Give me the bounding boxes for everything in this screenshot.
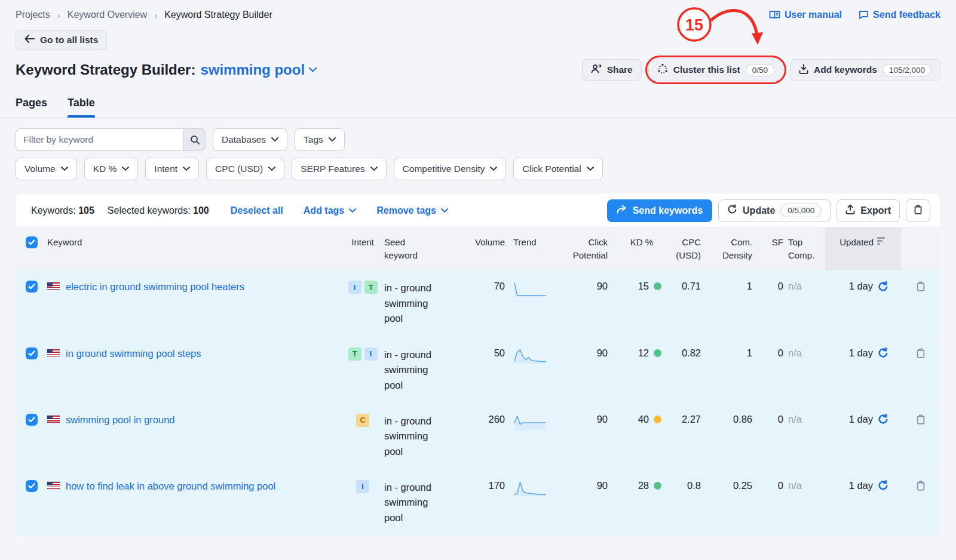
go-to-all-lists-button[interactable]: Go to all lists	[16, 30, 107, 50]
list-name-dropdown[interactable]: swimming pool	[200, 61, 317, 78]
search-button[interactable]	[183, 128, 206, 151]
col-header-click-potential[interactable]: Click Potential	[559, 227, 616, 270]
filter-chip-cpc-usd[interactable]: CPC (USD)	[206, 158, 284, 180]
filter-chip-databases[interactable]: Databases	[213, 128, 287, 151]
export-button[interactable]: Export	[836, 199, 900, 222]
cpc-value: 0.82	[667, 337, 709, 403]
kd-value: 28	[638, 480, 649, 491]
kd-value: 40	[638, 414, 649, 425]
export-label: Export	[860, 205, 891, 216]
col-header-trend[interactable]: Trend	[513, 227, 559, 270]
updated-value: 1 day	[849, 480, 873, 491]
row-delete-button[interactable]	[916, 347, 926, 358]
delete-selected-button[interactable]	[906, 199, 930, 222]
refresh-icon[interactable]	[878, 347, 888, 358]
export-icon	[845, 204, 855, 217]
filter-chip-volume[interactable]: Volume	[16, 158, 77, 180]
col-header-volume[interactable]: Volume	[451, 227, 513, 270]
row-checkbox[interactable]	[26, 480, 38, 492]
cluster-this-list-button[interactable]: 15 Cluster this list 0/50	[648, 59, 783, 81]
row-delete-button[interactable]	[916, 480, 926, 491]
row-checkbox[interactable]	[26, 281, 38, 293]
table-row: in ground swimming pool steps TI in - gr…	[16, 337, 940, 403]
share-button[interactable]: Share	[582, 59, 642, 81]
com-density-value: 1	[709, 337, 761, 403]
intent-badge-t: T	[364, 281, 378, 294]
intent-badges: I	[341, 480, 384, 493]
keyword-link[interactable]: swimming pool in ground	[66, 414, 175, 426]
breadcrumb: Projects › Keyword Overview › Keyword St…	[16, 10, 272, 20]
col-header-cpc[interactable]: CPC (USD)	[667, 227, 709, 270]
keyword-link[interactable]: in ground swimming pool steps	[66, 347, 201, 360]
filter-chip-intent[interactable]: Intent	[145, 158, 199, 180]
col-header-keyword[interactable]: Keyword	[47, 227, 341, 270]
filter-chip-serp-features[interactable]: SERP Features	[292, 158, 386, 180]
update-button[interactable]: Update 0/5,000	[718, 199, 831, 222]
filter-chip-competitive-density[interactable]: Competitive Density	[394, 158, 507, 180]
col-header-updated[interactable]: Updated	[825, 227, 902, 270]
intent-badges: TI	[341, 347, 384, 361]
tab-bar: PagesTable	[0, 81, 956, 118]
breadcrumb-keyword-overview[interactable]: Keyword Overview	[68, 10, 147, 20]
keyword-link[interactable]: how to find leak in above ground swimmin…	[66, 480, 275, 493]
keyword-filter-input[interactable]	[16, 128, 183, 151]
filter-chip-click-potential[interactable]: Click Potential	[513, 158, 602, 180]
click-potential-value: 90	[559, 270, 616, 337]
search-icon	[190, 135, 200, 144]
col-header-com-density[interactable]: Com. Density	[709, 227, 761, 270]
kd-dot	[654, 282, 661, 290]
send-feedback-link[interactable]: Send feedback	[859, 10, 940, 20]
col-header-actions	[902, 227, 940, 270]
refresh-icon	[727, 204, 737, 217]
intent-badges: IT	[341, 281, 384, 294]
deselect-all-link[interactable]: Deselect all	[231, 205, 283, 216]
keyword-strategy-builder-page: Projects › Keyword Overview › Keyword St…	[0, 0, 956, 560]
breadcrumb-projects[interactable]: Projects	[16, 10, 50, 20]
tab-table[interactable]: Table	[68, 97, 95, 117]
filter-chip-kd[interactable]: KD %	[84, 158, 139, 180]
remove-tags-dropdown[interactable]: Remove tags	[376, 205, 448, 216]
kd-dot	[654, 416, 661, 423]
page-title: Keyword Strategy Builder: swimming pool	[16, 61, 317, 78]
row-delete-button[interactable]	[916, 414, 926, 424]
select-all-checkbox[interactable]	[26, 236, 38, 248]
click-potential-value: 90	[559, 469, 616, 536]
chevron-down-icon	[271, 137, 278, 142]
keyword-link[interactable]: electric in ground swimming pool heaters	[66, 281, 244, 293]
top-bar: Projects › Keyword Overview › Keyword St…	[0, 0, 956, 20]
intent-badge-i: I	[364, 347, 378, 361]
title-actions: Share 15 Cluster this list 0/50 Add keyw…	[582, 59, 940, 81]
chevron-down-icon	[268, 167, 275, 171]
col-header-top-comp[interactable]: Top Comp.	[788, 227, 825, 270]
filter-chip-label: Volume	[24, 164, 56, 174]
refresh-icon[interactable]	[878, 414, 888, 424]
us-flag-icon	[47, 282, 60, 290]
row-checkbox[interactable]	[26, 347, 38, 359]
kd-value: 12	[638, 347, 649, 359]
send-keywords-label: Send keywords	[633, 205, 703, 216]
row-checkbox[interactable]	[26, 414, 38, 426]
col-header-kd[interactable]: KD %	[616, 227, 667, 270]
trend-sparkline	[513, 290, 547, 300]
chevron-down-icon	[441, 208, 448, 213]
tab-pages[interactable]: Pages	[16, 97, 47, 117]
table-row: how to find leak in above ground swimmin…	[16, 469, 940, 536]
add-tags-dropdown[interactable]: Add tags	[304, 205, 356, 216]
row-delete-button[interactable]	[916, 281, 926, 291]
chevron-down-icon	[587, 167, 594, 171]
keyword-filter-group	[16, 128, 206, 151]
seed-keyword: in - ground swimming pool	[384, 282, 431, 324]
us-flag-icon	[47, 349, 60, 356]
refresh-icon[interactable]	[878, 480, 888, 491]
table-row: electric in ground swimming pool heaters…	[16, 270, 940, 337]
add-keywords-button[interactable]: Add keywords 105/2,000	[790, 59, 940, 81]
sf-value: 0	[761, 469, 788, 536]
refresh-icon[interactable]	[878, 281, 888, 292]
col-header-sf[interactable]: SF	[761, 227, 788, 270]
trend-sparkline	[513, 356, 547, 367]
user-manual-link[interactable]: User manual	[769, 10, 842, 20]
col-header-intent[interactable]: Intent	[341, 227, 384, 270]
filter-chip-tags[interactable]: Tags	[295, 128, 345, 151]
send-keywords-button[interactable]: Send keywords	[607, 199, 712, 222]
col-header-seed-keyword[interactable]: Seed keyword	[384, 227, 451, 270]
